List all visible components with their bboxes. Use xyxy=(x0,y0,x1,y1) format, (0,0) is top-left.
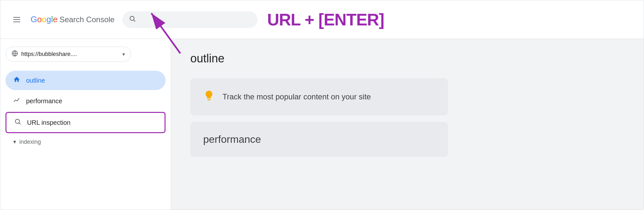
site-selector[interactable]: https://bubbleshare.... ▾ xyxy=(5,47,131,62)
dropdown-icon: ▾ xyxy=(122,51,125,57)
logo-google: Google xyxy=(31,14,58,24)
logo-search-console-text: Search Console xyxy=(60,15,115,24)
sidebar-item-outline[interactable]: outline xyxy=(5,71,166,90)
search-bar[interactable] xyxy=(122,11,258,28)
track-content-card-text: Track the most popular content on your s… xyxy=(223,92,371,101)
site-url-label: https://bubbleshare.... xyxy=(21,51,119,58)
app-container: Google Search Console xyxy=(0,0,644,210)
sidebar-section-indexing-label: indexing xyxy=(19,139,41,145)
sidebar-item-outline-label: outline xyxy=(26,77,45,84)
sidebar-item-performance[interactable]: performance xyxy=(5,91,166,111)
sidebar-item-url-inspection[interactable]: URL inspection xyxy=(5,112,166,133)
lightbulb-icon xyxy=(203,90,215,104)
url-inspection-search-icon xyxy=(14,118,21,127)
performance-icon xyxy=(13,96,20,105)
globe-icon xyxy=(12,50,18,58)
home-icon xyxy=(13,76,20,85)
hamburger-menu-button[interactable] xyxy=(11,14,23,25)
sidebar-item-performance-label: performance xyxy=(26,97,62,105)
performance-bottom-label: performance xyxy=(203,133,261,145)
url-instruction-label: URL + [ENTER] xyxy=(267,10,384,29)
sidebar-item-url-inspection-label: URL inspection xyxy=(27,119,71,126)
header: Google Search Console xyxy=(0,0,644,39)
sidebar-section-indexing[interactable]: ▾ indexing xyxy=(5,134,166,149)
track-content-card: Track the most popular content on your s… xyxy=(190,78,448,115)
chevron-down-icon: ▾ xyxy=(13,138,16,145)
svg-line-1 xyxy=(134,20,135,21)
svg-line-6 xyxy=(19,123,20,124)
body: https://bubbleshare.... ▾ outline xyxy=(0,39,644,210)
main-title: outline xyxy=(190,52,624,65)
performance-card: performance xyxy=(190,122,448,157)
sidebar: https://bubbleshare.... ▾ outline xyxy=(0,39,171,210)
logo: Google Search Console xyxy=(31,14,115,24)
main-content: outline Track the most popular content o… xyxy=(171,39,644,210)
search-icon xyxy=(129,15,136,24)
